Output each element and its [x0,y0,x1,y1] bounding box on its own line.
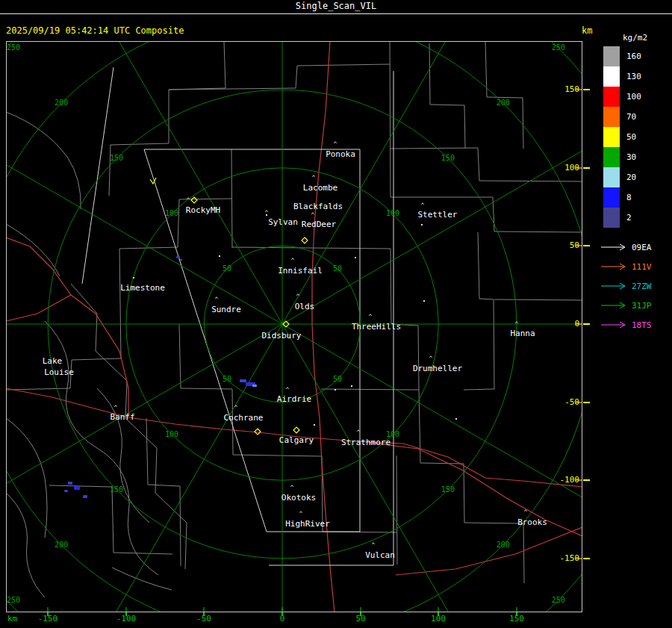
vil-scale-value: 30 [626,152,636,162]
town-dot [455,418,457,420]
town-marker-icon: ^ [372,542,376,549]
right-axis-tick [583,402,590,403]
right-axis-label: 0 [554,319,579,329]
radar-site-icon [293,427,299,433]
vil-scale-row: 100 [603,87,641,107]
radar-arrow-icon [600,282,627,290]
radar-legend-row[interactable]: 31JP [600,296,652,315]
radar-id-label: 31JP [632,301,652,311]
range-ring-label: 250 [7,43,20,52]
vil-scale-row: 70 [603,107,641,127]
radar-legend-row[interactable]: 27ZW [600,276,652,296]
town-marker-icon: ^ [290,485,294,491]
vil-scale-row: 130 [603,66,641,87]
town-marker-icon: ^ [114,405,118,411]
range-ring-label: 200 [497,99,510,107]
vil-scale-row: 30 [603,147,641,167]
precip-echo [83,495,87,498]
range-ring-label: 50 [223,264,231,273]
right-axis-tick [583,558,590,559]
vil-scale-row: 20 [603,167,641,187]
vil-scale-value: 130 [626,72,641,81]
vil-scale-row: 8 [603,187,641,208]
radar-arrow-icon [600,320,627,329]
town-marker-icon: ^ [429,355,433,362]
vil-scale-swatch [603,147,620,167]
town-dot [351,385,352,387]
town-marker-icon: ^ [421,202,425,209]
vil-scale-swatch [603,208,620,228]
city-label: Drumheller [413,364,463,373]
city-label: Vulcan [365,550,395,560]
bottom-axis-tick [125,612,127,616]
bottom-axis-tick [360,612,361,616]
right-axis-tick [583,323,590,325]
town-dot [335,389,336,391]
radar-arrow-icon [600,262,627,271]
city-label: RedDeer [302,220,337,229]
range-ring-label: 50 [333,264,342,273]
town-dot [421,224,423,226]
town-dot [219,255,220,257]
county-boundary-path [464,232,494,390]
town-marker-icon: ^ [215,296,219,303]
highway-path [6,295,128,417]
radial-line [87,41,283,324]
radar-id-label: 111V [632,262,652,272]
right-axis-unit: km [582,25,592,36]
scan-timestamp: 2025/09/19 05:42:14 UTC Composite [6,25,184,36]
radar-site-icon [255,429,261,435]
county-boundary-path [6,493,45,597]
radar-coverage-outline [82,67,113,284]
town-marker-icon: ^ [357,429,361,436]
city-label: Louise [44,367,74,377]
vil-scale-swatch [603,167,620,187]
vil-scale-swatch [603,187,620,208]
vil-scale-value: 70 [626,112,636,122]
range-ring-label: 200 [55,541,68,549]
range-ring-label: 100 [165,430,178,438]
town-dot [355,257,356,258]
range-ring-label: 100 [386,209,399,217]
city-label: HighRiver [285,519,330,529]
radar-site-icon [302,237,308,243]
legend-unit-label: kg/m2 [623,33,647,43]
town-marker-icon: ^ [299,511,303,517]
radar-coverage-outline [269,71,393,565]
town-marker-icon: ^ [524,509,528,516]
range-ring-label: 250 [552,596,565,604]
radar-id-label: 09EA [632,243,652,252]
right-axis-tick [583,245,590,246]
range-ring-label: 100 [165,209,178,217]
city-label: Banff [110,412,134,422]
bottom-axis-tick [516,612,517,616]
vil-scale-row: 2 [603,208,641,228]
vil-scale-swatch [603,107,620,127]
precip-echo [176,256,180,258]
right-axis-label: 100 [554,163,579,172]
city-label: Didsbury [262,331,302,341]
bottom-axis-tick [438,612,439,616]
radar-legend: 09EA111V27ZW31JP18TS [600,237,652,335]
right-axis-tick [583,167,590,169]
radar-legend-row[interactable]: 111V [600,257,652,276]
vil-scale-swatch [603,87,620,107]
city-label: Strathmore [341,438,391,447]
city-label: Calgary [279,435,314,445]
legend-panel: kg/m2 1601301007050302082 09EA111V27ZW31… [597,0,672,628]
radial-line [282,324,582,520]
county-boundary-path [109,41,225,196]
city-label: Olds [295,302,315,311]
radar-legend-row[interactable]: 18TS [600,315,652,335]
range-ring-label: 250 [7,596,20,604]
range-ring-label: 150 [441,154,455,162]
radar-legend-row[interactable]: 09EA [600,237,652,257]
range-ring-label: 150 [110,154,123,162]
vil-scale-value: 100 [626,92,641,102]
town-marker-icon: ^ [187,197,190,204]
precip-echo [68,482,72,485]
vil-scale-swatch [603,66,620,87]
county-boundary-path [97,388,149,523]
radar-map[interactable]: 5010015020025050100150200250501001502002… [6,41,582,612]
bottom-axis-tick [203,612,205,616]
